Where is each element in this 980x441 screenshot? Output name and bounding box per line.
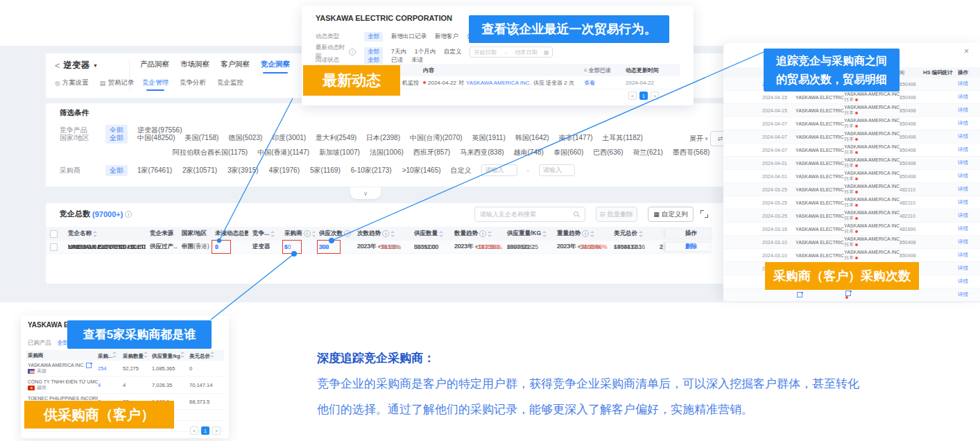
trade-competitor[interactable]: YASKAWA ELECTRIC CORP... bbox=[796, 147, 844, 153]
purchase-times[interactable]: 4 bbox=[98, 382, 101, 388]
trade-competitor[interactable]: YASKAWA ELECTRIC CORP... bbox=[796, 239, 844, 245]
trade-buyer[interactable]: YASKAWA AMERICA INC. 日本 bbox=[844, 157, 900, 168]
detail-link[interactable]: 详情 bbox=[958, 133, 980, 140]
custom-range-label[interactable]: 自定义 bbox=[451, 166, 472, 175]
trade-competitor[interactable]: YASKAWA ELECTRIC CORP... bbox=[796, 107, 844, 113]
trade-row[interactable]: 详情 bbox=[723, 288, 980, 302]
trade-row[interactable]: 2024-04-07 YASKAWA ELECTRIC CORP... YASK… bbox=[723, 144, 980, 157]
detail-link[interactable]: 详情 bbox=[958, 225, 980, 232]
filter-option[interactable]: 自定义 bbox=[444, 48, 462, 56]
trade-row[interactable]: 2024-03-25 YASKAWA ELECTRIC CORP... YASK… bbox=[723, 209, 980, 223]
detail-link[interactable]: 详情 bbox=[958, 173, 980, 180]
filter-option[interactable]: 新增出口记录 bbox=[391, 33, 427, 41]
filter-collapse-handle[interactable]: ∨ bbox=[350, 187, 381, 199]
detail-link[interactable]: 详情 bbox=[958, 186, 980, 193]
trade-row[interactable]: 2024-03-10 YASKAWA ELECTRIC CORP... YASK… bbox=[723, 236, 980, 249]
col-name[interactable]: 竞企名称 bbox=[64, 230, 146, 238]
filter-option[interactable]: 3家(3915) bbox=[227, 166, 258, 175]
filter-option[interactable]: 西班牙(857) bbox=[413, 148, 450, 157]
delete-row-link[interactable]: 删除 bbox=[665, 243, 712, 251]
page-1-button[interactable]: 1 bbox=[639, 92, 648, 100]
filter-option[interactable]: 日本(2398) bbox=[366, 133, 400, 143]
sort-icon[interactable] bbox=[352, 231, 353, 237]
filter-option[interactable]: 美国(7158) bbox=[184, 133, 218, 143]
topbar-action-button[interactable]: ◎ 方案设置 bbox=[55, 78, 89, 87]
trade-buyer[interactable]: YASKAWA AMERICA INC. 日本 bbox=[844, 118, 900, 129]
trade-row[interactable]: 2024-04-15 YASKAWA ELECTRIC CORP... YASK… bbox=[723, 91, 980, 104]
filter-option[interactable]: 4家(1976) bbox=[269, 166, 300, 175]
product-scheme-switcher[interactable]: < 逆变器 ▼ bbox=[55, 60, 98, 71]
company-profile-icon[interactable] bbox=[86, 363, 92, 368]
col-usd[interactable]: 美元总价 bbox=[189, 352, 224, 360]
filter-option[interactable]: 新加坡(1007) bbox=[319, 148, 360, 157]
buyer-row[interactable]: CÔNG TY TNHH ĐIỆN TỬ UMC VIỆT NAM 越南 4 4… bbox=[26, 377, 224, 394]
col-qty[interactable]: 供应数量 bbox=[410, 230, 450, 238]
trade-competitor[interactable]: YASKAWA ELECTRIC CORP... bbox=[796, 213, 844, 218]
filter-option[interactable]: 中国(48250) bbox=[137, 133, 175, 143]
col-buyers[interactable]: 采购商 bbox=[280, 230, 315, 238]
sort-icon[interactable] bbox=[488, 231, 492, 237]
trade-row[interactable]: 2024-04-15 YASKAWA ELECTRIC CORP... YASK… bbox=[723, 104, 980, 117]
competitor-name[interactable]: NINGBO INNOVATION ELECTRONI bbox=[64, 243, 146, 250]
expand-toggle[interactable]: 展开 ∨ bbox=[689, 134, 708, 144]
trade-competitor[interactable]: YASKAWA ELECTRIC CORP... bbox=[796, 134, 844, 139]
col-count-trend[interactable]: 次数趋势 bbox=[353, 230, 410, 238]
close-icon[interactable]: × bbox=[964, 47, 969, 55]
detail-link[interactable]: 详情 bbox=[958, 252, 980, 259]
sort-icon[interactable] bbox=[590, 231, 595, 237]
col-qty-trend[interactable]: 数量趋势 bbox=[450, 230, 503, 238]
company-profile-icon[interactable] bbox=[797, 292, 802, 297]
custom-columns-button[interactable]: ▦ 自定义列 bbox=[648, 207, 694, 222]
main-tab[interactable]: 市场洞察 bbox=[178, 58, 212, 71]
company-link[interactable]: YASKAWA AMERICA INC. bbox=[466, 80, 531, 86]
info-icon[interactable] bbox=[582, 230, 589, 237]
col-times[interactable]: 采购... bbox=[98, 352, 123, 360]
filter-option[interactable]: 6-10家(2173) bbox=[351, 166, 392, 175]
filter-option[interactable]: 泰国(660) bbox=[553, 148, 583, 157]
sort-icon[interactable] bbox=[542, 231, 547, 237]
trade-row[interactable]: 2024-03-25 YASKAWA ELECTRIC CORP... YASK… bbox=[723, 196, 980, 209]
main-tab[interactable]: 竞企洞察 bbox=[259, 58, 292, 71]
filter-option[interactable]: 5家(1169) bbox=[310, 166, 341, 175]
batch-delete-button[interactable]: ⊟ 批量删除 bbox=[596, 207, 637, 222]
info-icon[interactable] bbox=[125, 211, 132, 218]
col-product[interactable]: 竞争... bbox=[248, 230, 280, 238]
trade-buyer[interactable] bbox=[844, 291, 900, 299]
next-page-button[interactable]: > bbox=[651, 92, 659, 100]
fullscreen-icon[interactable] bbox=[700, 210, 708, 218]
competitor-search-input[interactable]: 请输入竞企名称搜索 bbox=[474, 207, 585, 222]
detail-link[interactable]: 详情 bbox=[958, 94, 980, 101]
trade-row[interactable]: 2024-03-16 YASKAWA ELECTRIC CORP... YASK… bbox=[723, 223, 980, 236]
sub-tab[interactable]: 竞企监控 bbox=[214, 76, 246, 89]
main-tab[interactable]: 客户洞察 bbox=[218, 58, 252, 71]
trade-row[interactable]: 2024-03-25 YASKAWA ELECTRIC CORP... YASK… bbox=[723, 183, 980, 196]
sub-tab[interactable]: 竞争分析 bbox=[177, 76, 209, 89]
trade-buyer[interactable]: YASKAWA AMERICA INC. 日本 bbox=[844, 105, 900, 116]
info-icon[interactable] bbox=[304, 230, 311, 237]
trade-buyer[interactable]: YASKAWA AMERICA INC. 日本 bbox=[844, 171, 900, 182]
col-qty[interactable]: 采购数量 bbox=[123, 352, 152, 360]
filter-option[interactable]: 中国(台湾)(2070) bbox=[410, 133, 463, 143]
trade-competitor[interactable]: YASKAWA ELECTRIC CORP... bbox=[796, 173, 844, 179]
info-icon[interactable] bbox=[479, 230, 486, 237]
trade-buyer[interactable]: YASKAWA AMERICA INC. 日本 bbox=[844, 250, 900, 261]
detail-link[interactable]: 详情 bbox=[958, 291, 980, 298]
filter-option[interactable]: 阿拉伯联合酋长国(1175) bbox=[173, 148, 248, 157]
range-max-input[interactable]: 请输入 bbox=[539, 164, 575, 176]
info-icon[interactable] bbox=[344, 230, 351, 237]
trade-row[interactable]: 2024-03-10 YASKAWA ELECTRIC CORP... YASK… bbox=[723, 249, 980, 262]
trade-competitor[interactable]: YASKAWA ELECTRIC CORP... bbox=[796, 121, 844, 126]
back-icon[interactable]: < bbox=[55, 61, 60, 70]
sort-icon[interactable] bbox=[112, 352, 117, 358]
trade-row[interactable]: 2024-04-07 YASKAWA ELECTRIC CORP... YASK… bbox=[723, 130, 980, 144]
sort-icon[interactable] bbox=[210, 352, 215, 358]
detail-link[interactable]: 详情 bbox=[958, 199, 980, 206]
col-weight[interactable]: 供应重量/KG bbox=[503, 230, 553, 238]
filter-all-pill[interactable]: 全部 bbox=[105, 132, 128, 144]
trade-buyer[interactable]: YASKAWA AMERICA INC. 日本 bbox=[844, 236, 900, 248]
filter-option[interactable]: 土耳其(1182) bbox=[603, 133, 643, 143]
filter-option[interactable]: 南非(1477) bbox=[559, 133, 593, 143]
info-icon[interactable] bbox=[349, 49, 356, 55]
search-icon[interactable] bbox=[574, 211, 580, 218]
trade-buyer[interactable]: YASKAWA AMERICA INC. 日本 bbox=[844, 197, 900, 208]
